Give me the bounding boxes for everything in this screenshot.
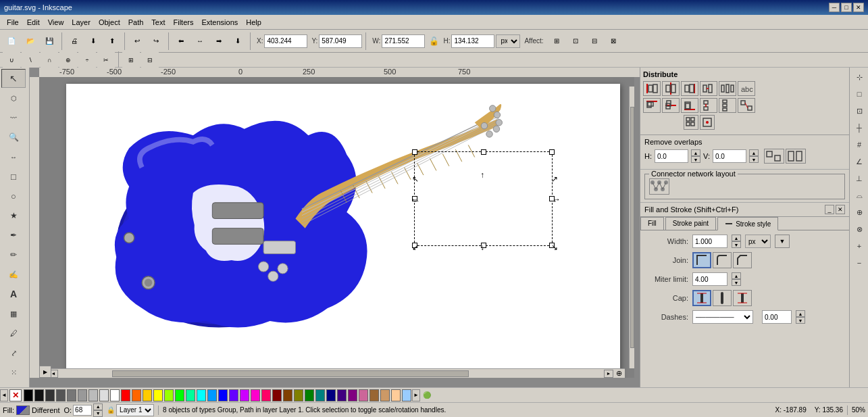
color-peach[interactable] — [391, 389, 401, 401]
dist-equal-h-btn[interactable] — [719, 81, 736, 96]
snap-enable-btn[interactable]: ⊹ — [851, 69, 867, 85]
width-unit-btn[interactable]: ▼ — [775, 235, 790, 248]
menu-filters[interactable]: Filters — [170, 15, 198, 29]
align-right-button[interactable]: ➡ — [210, 32, 228, 50]
spray-tool-btn[interactable]: ⁙ — [1, 363, 26, 382]
h-input[interactable] — [451, 34, 494, 48]
fs-minimize-btn[interactable]: _ — [825, 205, 834, 214]
align-bottom-button[interactable]: ⬇ — [229, 32, 247, 50]
close-button[interactable]: ✕ — [853, 3, 864, 12]
star-tool-btn[interactable]: ★ — [1, 206, 26, 225]
miter-up-btn[interactable]: ▲ — [732, 272, 741, 279]
tweak-tool-btn[interactable]: 〰 — [1, 108, 26, 127]
color-cyan[interactable] — [197, 389, 206, 401]
canvas-inner[interactable]: ← → ↖ ↑ ↗ ← → ↙ ↓ ↘ ◄ — [39, 77, 634, 378]
color-green[interactable] — [175, 389, 184, 401]
align-grid2-btn[interactable] — [700, 115, 715, 130]
snap-guide-btn[interactable]: ┼ — [851, 120, 867, 136]
y-input[interactable] — [319, 34, 362, 48]
join-bevel-btn[interactable] — [733, 252, 752, 268]
cap-round-btn[interactable] — [713, 290, 732, 306]
menu-layer[interactable]: Layer — [68, 15, 95, 29]
width-unit-select[interactable]: px mm pt — [745, 235, 771, 248]
opacity-down[interactable]: ▼ — [93, 410, 103, 417]
expand-tools-btn[interactable]: ▶ — [39, 366, 51, 378]
affect-other-btn[interactable]: ⊠ — [605, 32, 622, 50]
h-scroll-thumb[interactable] — [112, 370, 469, 377]
color-azure[interactable] — [207, 389, 217, 401]
align-grid-btn[interactable] — [684, 115, 698, 130]
menu-extensions[interactable]: Extensions — [197, 15, 242, 29]
dist-left-edges-btn[interactable] — [643, 81, 661, 96]
overlap-v-down[interactable]: ▼ — [749, 156, 759, 163]
snap-perp-btn[interactable]: ⊥ — [851, 170, 867, 187]
save-button[interactable]: 💾 — [41, 32, 58, 50]
color-dark2[interactable] — [45, 389, 55, 401]
import-button[interactable]: ⬇ — [84, 32, 102, 50]
dist-right-edges-btn[interactable] — [681, 81, 698, 96]
snap-center-btn[interactable]: ⊗ — [851, 221, 867, 237]
tab-stroke-paint[interactable]: Stroke paint — [665, 217, 716, 230]
dist-bottom-edges-btn[interactable] — [681, 98, 698, 113]
align-center-button[interactable]: ↔ — [191, 32, 209, 50]
snap-bbox-btn[interactable]: □ — [851, 86, 867, 102]
path-intersect-btn[interactable]: ∩ — [41, 51, 58, 69]
color-tan[interactable] — [369, 389, 379, 401]
overlap-v-up[interactable]: ▲ — [749, 149, 759, 156]
open-button[interactable]: 📂 — [22, 32, 39, 50]
cap-square-btn[interactable] — [733, 290, 752, 306]
dist-centers-v-btn[interactable] — [662, 98, 680, 113]
path-exclude-btn[interactable]: ⊕ — [59, 51, 77, 69]
path-diff-btn[interactable]: ∖ — [22, 51, 39, 69]
color-navy[interactable] — [326, 389, 336, 401]
overlap-h-up[interactable]: ▲ — [691, 149, 700, 156]
snap-icon[interactable]: ⊕ — [613, 369, 625, 378]
color-teal[interactable] — [315, 389, 325, 401]
affect-skew-btn[interactable]: ⊟ — [586, 32, 603, 50]
color-yellow-green[interactable] — [164, 389, 174, 401]
color-indigo[interactable] — [337, 389, 347, 401]
menu-path[interactable]: Path — [124, 15, 148, 29]
opacity-up[interactable]: ▲ — [93, 403, 103, 410]
color-white[interactable] — [110, 389, 120, 401]
dist-equal-v-btn[interactable] — [719, 98, 736, 113]
join-round-btn[interactable] — [713, 252, 732, 268]
dashes-down-btn[interactable]: ▼ — [796, 317, 805, 324]
drawing-canvas[interactable]: ← → ↖ ↑ ↗ ← → ↙ ↓ ↘ — [66, 84, 620, 378]
no-color-btn[interactable]: ✕ — [9, 389, 22, 401]
color-maroon[interactable] — [272, 389, 282, 401]
horizontal-scrollbar[interactable]: ◄ ► ⊕ — [49, 368, 625, 378]
palette-scroll-left-btn[interactable]: ◄ — [0, 389, 8, 401]
zoom-tool-btn[interactable]: 🔍 — [1, 128, 26, 147]
undo-button[interactable]: ↩ — [128, 32, 146, 50]
fs-close-btn[interactable]: ✕ — [836, 205, 845, 214]
circle-tool-btn[interactable]: ○ — [1, 187, 26, 205]
color-gray3[interactable] — [78, 389, 87, 401]
affect-pos-btn[interactable]: ⊞ — [548, 32, 565, 50]
snap-grid-btn[interactable]: # — [851, 137, 867, 153]
snap-angle-btn[interactable]: ∠ — [851, 153, 867, 170]
color-black[interactable] — [24, 389, 33, 401]
color-blue[interactable] — [218, 389, 228, 401]
cap-butt-btn[interactable] — [692, 290, 711, 306]
unit-select[interactable]: px mm cm — [496, 34, 520, 48]
new-button[interactable]: 📄 — [3, 32, 20, 50]
view-zoom-in-btn[interactable]: + — [851, 238, 867, 254]
color-purple[interactable] — [240, 389, 249, 401]
color-yellow[interactable] — [153, 389, 163, 401]
color-gray4[interactable] — [88, 389, 98, 401]
color-gray2[interactable] — [67, 389, 76, 401]
print-button[interactable]: 🖨 — [66, 32, 83, 50]
path-divide-btn[interactable]: ÷ — [78, 51, 96, 69]
join-miter-btn[interactable] — [692, 252, 711, 268]
color-yellow-orange[interactable] — [143, 389, 152, 401]
miter-down-btn[interactable]: ▼ — [732, 279, 741, 286]
select-tool-btn[interactable]: ↖ — [1, 69, 26, 88]
align-left-button[interactable]: ⬅ — [172, 32, 190, 50]
miter-input[interactable] — [692, 272, 727, 286]
color-orange[interactable] — [132, 389, 141, 401]
export-button[interactable]: ⬆ — [103, 32, 121, 50]
affect-size-btn[interactable]: ⊡ — [567, 32, 584, 50]
snap-tang-btn[interactable]: ⌓ — [851, 187, 867, 203]
width-input[interactable] — [692, 235, 727, 248]
